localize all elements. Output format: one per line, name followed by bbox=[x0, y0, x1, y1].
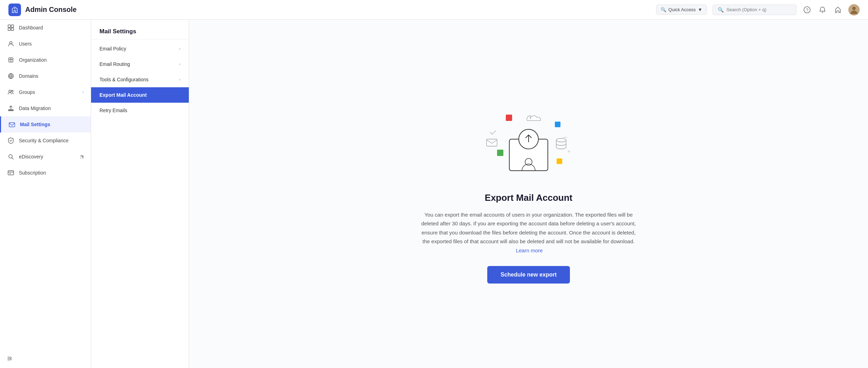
search-input[interactable] bbox=[726, 7, 791, 12]
svg-point-13 bbox=[12, 90, 13, 92]
external-link-icon: ⬔ bbox=[80, 154, 84, 159]
svg-point-16 bbox=[9, 155, 12, 158]
ediscovery-icon bbox=[7, 153, 15, 161]
svg-point-4 bbox=[852, 7, 856, 10]
sidebar-item-label: Dashboard bbox=[19, 25, 43, 30]
svg-text:?: ? bbox=[806, 8, 808, 13]
sidebar-item-label: Organization bbox=[19, 57, 47, 63]
sidebar-item-label: eDiscovery bbox=[19, 154, 43, 159]
content-description: You can export the email accounts of use… bbox=[420, 210, 637, 255]
search-icon: 🔍 bbox=[661, 7, 666, 12]
notification-button[interactable] bbox=[818, 5, 827, 15]
sidebar-item-security-compliance[interactable]: Security & Compliance bbox=[0, 132, 91, 149]
sidebar-item-subscription[interactable]: Subscription bbox=[0, 165, 91, 181]
sidebar-item-label: Subscription bbox=[19, 170, 46, 176]
app-logo bbox=[8, 4, 21, 16]
svg-rect-6 bbox=[11, 25, 14, 27]
svg-rect-5 bbox=[8, 25, 11, 27]
quick-access-button[interactable]: 🔍 Quick Access ▼ bbox=[656, 5, 707, 15]
subscription-icon bbox=[7, 169, 15, 177]
chevron-right-icon: › bbox=[179, 46, 180, 51]
learn-more-link[interactable]: Learn more bbox=[516, 247, 543, 253]
sidebar-item-label: Domains bbox=[19, 73, 38, 79]
sidebar-item-label: Data Migration bbox=[19, 105, 51, 111]
header-left: Admin Console bbox=[8, 4, 77, 16]
collapse-icon bbox=[7, 356, 13, 362]
dashboard-icon bbox=[7, 24, 15, 32]
submenu-item-export-mail-account[interactable]: Export Mail Account bbox=[91, 87, 189, 103]
chevron-right-icon: › bbox=[179, 77, 180, 82]
submenu-item-label: Export Mail Account bbox=[99, 92, 147, 98]
svg-rect-20 bbox=[555, 122, 560, 127]
submenu-item-retry-emails[interactable]: Retry Emails bbox=[91, 103, 189, 118]
sidebar-item-mail-settings[interactable]: Mail Settings bbox=[0, 116, 91, 132]
main-layout: Dashboard Users Organization bbox=[0, 20, 868, 368]
svg-point-26 bbox=[556, 138, 566, 142]
svg-rect-21 bbox=[557, 158, 562, 164]
home-button[interactable] bbox=[833, 5, 843, 15]
header-right: 🔍 Quick Access ▼ 🔍 ? bbox=[656, 4, 860, 15]
svg-point-27 bbox=[568, 150, 570, 152]
domains-icon bbox=[7, 72, 15, 80]
sidebar-item-dashboard[interactable]: Dashboard bbox=[0, 20, 91, 36]
submenu-item-label: Email Routing bbox=[99, 61, 130, 67]
svg-rect-17 bbox=[8, 171, 14, 175]
export-illustration bbox=[480, 104, 578, 181]
help-button[interactable]: ? bbox=[802, 5, 812, 15]
submenu-title: Mail Settings bbox=[91, 22, 189, 40]
svg-rect-15 bbox=[9, 123, 15, 127]
organization-icon bbox=[7, 56, 15, 64]
sidebar: Dashboard Users Organization bbox=[0, 20, 91, 368]
sidebar-item-groups[interactable]: Groups › bbox=[0, 84, 91, 100]
main-content: Export Mail Account You can export the e… bbox=[189, 20, 868, 368]
svg-rect-18 bbox=[506, 115, 512, 121]
content-title: Export Mail Account bbox=[485, 192, 572, 203]
svg-rect-7 bbox=[8, 28, 11, 30]
submenu-item-label: Tools & Configurations bbox=[99, 77, 149, 82]
svg-point-0 bbox=[14, 8, 15, 9]
schedule-new-export-button[interactable]: Schedule new export bbox=[487, 266, 570, 284]
search-bar[interactable]: 🔍 bbox=[712, 5, 797, 15]
sidebar-item-label: Users bbox=[19, 41, 32, 47]
sidebar-item-domains[interactable]: Domains bbox=[0, 68, 91, 84]
security-icon bbox=[7, 137, 15, 144]
sidebar-item-label: Security & Compliance bbox=[19, 138, 69, 143]
chevron-right-icon: › bbox=[179, 62, 180, 67]
app-title: Admin Console bbox=[25, 6, 77, 14]
search-input-icon: 🔍 bbox=[718, 7, 724, 13]
mail-settings-icon bbox=[8, 121, 16, 128]
submenu-item-tools-configurations[interactable]: Tools & Configurations › bbox=[91, 72, 189, 87]
submenu-item-email-routing[interactable]: Email Routing › bbox=[91, 56, 189, 72]
sidebar-collapse-button[interactable] bbox=[0, 350, 91, 368]
sidebar-item-label: Groups bbox=[19, 89, 35, 95]
submenu-item-email-policy[interactable]: Email Policy › bbox=[91, 41, 189, 56]
svg-rect-8 bbox=[11, 28, 14, 30]
user-avatar[interactable] bbox=[848, 4, 860, 15]
chevron-down-icon: ▼ bbox=[698, 7, 702, 12]
sidebar-item-ediscovery[interactable]: eDiscovery ⬔ bbox=[0, 149, 91, 165]
sidebar-item-organization[interactable]: Organization bbox=[0, 52, 91, 68]
submenu: Mail Settings Email Policy › Email Routi… bbox=[91, 20, 189, 368]
svg-point-12 bbox=[9, 90, 11, 92]
svg-rect-25 bbox=[487, 139, 497, 146]
svg-rect-19 bbox=[497, 150, 503, 156]
sidebar-item-data-migration[interactable]: Data Migration bbox=[0, 100, 91, 116]
chevron-right-icon: › bbox=[82, 90, 84, 95]
sidebar-item-label: Mail Settings bbox=[20, 122, 50, 127]
submenu-item-label: Email Policy bbox=[99, 46, 126, 52]
top-header: Admin Console 🔍 Quick Access ▼ 🔍 ? bbox=[0, 0, 868, 20]
sidebar-item-users[interactable]: Users bbox=[0, 36, 91, 52]
data-migration-icon bbox=[7, 104, 15, 112]
submenu-item-label: Retry Emails bbox=[99, 108, 127, 113]
users-icon bbox=[7, 40, 15, 48]
groups-icon bbox=[7, 88, 15, 96]
